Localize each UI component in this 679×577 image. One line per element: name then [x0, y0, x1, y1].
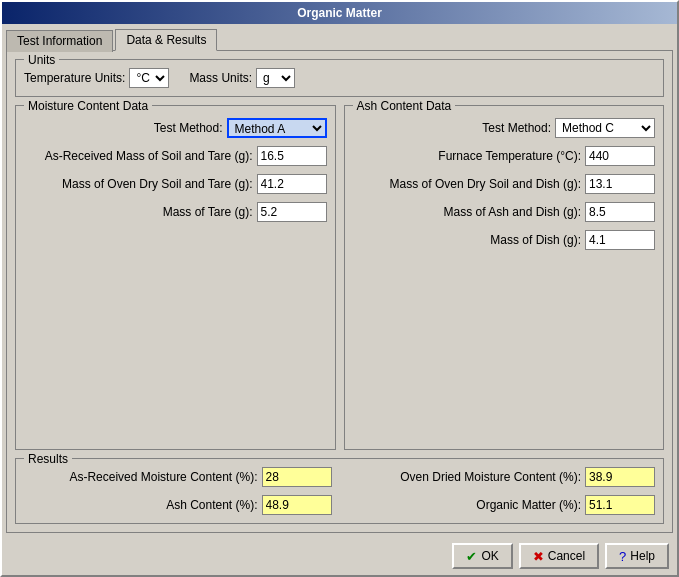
result-field-2-label: Ash Content (%):: [166, 498, 257, 512]
cancel-label: Cancel: [548, 549, 585, 563]
ash-method-row: Test Method: Method A Method B Method C: [353, 118, 656, 138]
result-field-3-input[interactable]: [585, 495, 655, 515]
result-field-0-label: As-Received Moisture Content (%):: [69, 470, 257, 484]
moisture-field-2-input[interactable]: [257, 202, 327, 222]
temperature-unit-label: Temperature Units:: [24, 71, 125, 85]
result-field-1: Oven Dried Moisture Content (%):: [348, 467, 656, 487]
ash-method-select[interactable]: Method A Method B Method C: [555, 118, 655, 138]
moisture-field-0-label: As-Received Mass of Soil and Tare (g):: [45, 149, 253, 163]
ash-title: Ash Content Data: [353, 99, 456, 113]
dialog-title: Organic Matter: [297, 6, 382, 20]
moisture-group: Moisture Content Data Test Method: Metho…: [15, 105, 336, 450]
units-group: Units Temperature Units: °C °F Mass Unit…: [15, 59, 664, 97]
cancel-icon: ✖: [533, 549, 544, 564]
ash-field-2: Mass of Ash and Dish (g):: [353, 202, 656, 222]
ash-field-1-input[interactable]: [585, 174, 655, 194]
moisture-field-2: Mass of Tare (g):: [24, 202, 327, 222]
results-grid: As-Received Moisture Content (%): Oven D…: [24, 463, 655, 515]
moisture-field-1: Mass of Oven Dry Soil and Tare (g):: [24, 174, 327, 194]
moisture-method-row: Test Method: Method A Method B Method C: [24, 118, 327, 138]
result-field-2-input[interactable]: [262, 495, 332, 515]
ok-label: OK: [481, 549, 498, 563]
result-field-0: As-Received Moisture Content (%):: [24, 467, 332, 487]
ok-icon: ✔: [466, 549, 477, 564]
help-button[interactable]: ? Help: [605, 543, 669, 569]
content-area: Units Temperature Units: °C °F Mass Unit…: [6, 50, 673, 533]
result-field-3: Organic Matter (%):: [348, 495, 656, 515]
ash-method-label: Test Method:: [482, 121, 551, 135]
ok-button[interactable]: ✔ OK: [452, 543, 512, 569]
ash-field-3-input[interactable]: [585, 230, 655, 250]
moisture-field-2-label: Mass of Tare (g):: [163, 205, 253, 219]
ash-field-1: Mass of Oven Dry Soil and Dish (g):: [353, 174, 656, 194]
button-bar: ✔ OK ✖ Cancel ? Help: [2, 537, 677, 575]
mass-unit-field: Mass Units: g kg lb: [189, 68, 295, 88]
result-field-1-label: Oven Dried Moisture Content (%):: [400, 470, 581, 484]
middle-row: Moisture Content Data Test Method: Metho…: [15, 105, 664, 450]
moisture-field-1-label: Mass of Oven Dry Soil and Tare (g):: [62, 177, 253, 191]
moisture-field-1-input[interactable]: [257, 174, 327, 194]
moisture-method-select[interactable]: Method A Method B Method C: [227, 118, 327, 138]
moisture-title: Moisture Content Data: [24, 99, 152, 113]
cancel-button[interactable]: ✖ Cancel: [519, 543, 599, 569]
ash-field-0-input[interactable]: [585, 146, 655, 166]
mass-unit-label: Mass Units:: [189, 71, 252, 85]
ash-field-2-input[interactable]: [585, 202, 655, 222]
dialog: Organic Matter Test Information Data & R…: [0, 0, 679, 577]
results-group: Results As-Received Moisture Content (%)…: [15, 458, 664, 524]
units-row: Temperature Units: °C °F Mass Units: g k…: [24, 64, 655, 88]
ash-group: Ash Content Data Test Method: Method A M…: [344, 105, 665, 450]
help-label: Help: [630, 549, 655, 563]
units-title: Units: [24, 53, 59, 67]
temperature-unit-select[interactable]: °C °F: [129, 68, 169, 88]
help-icon: ?: [619, 549, 626, 564]
result-field-3-label: Organic Matter (%):: [476, 498, 581, 512]
results-title: Results: [24, 452, 72, 466]
ash-field-1-label: Mass of Oven Dry Soil and Dish (g):: [390, 177, 581, 191]
title-bar: Organic Matter: [2, 2, 677, 24]
ash-field-0-label: Furnace Temperature (°C):: [438, 149, 581, 163]
result-field-2: Ash Content (%):: [24, 495, 332, 515]
tab-data-results[interactable]: Data & Results: [115, 29, 217, 51]
temperature-unit-field: Temperature Units: °C °F: [24, 68, 169, 88]
ash-field-3: Mass of Dish (g):: [353, 230, 656, 250]
moisture-method-label: Test Method:: [154, 121, 223, 135]
mass-unit-select[interactable]: g kg lb: [256, 68, 295, 88]
moisture-field-0: As-Received Mass of Soil and Tare (g):: [24, 146, 327, 166]
result-field-0-input[interactable]: [262, 467, 332, 487]
ash-field-2-label: Mass of Ash and Dish (g):: [444, 205, 581, 219]
ash-field-3-label: Mass of Dish (g):: [490, 233, 581, 247]
moisture-field-0-input[interactable]: [257, 146, 327, 166]
ash-field-0: Furnace Temperature (°C):: [353, 146, 656, 166]
tab-bar: Test Information Data & Results: [2, 24, 677, 50]
result-field-1-input[interactable]: [585, 467, 655, 487]
tab-test-information[interactable]: Test Information: [6, 30, 113, 52]
